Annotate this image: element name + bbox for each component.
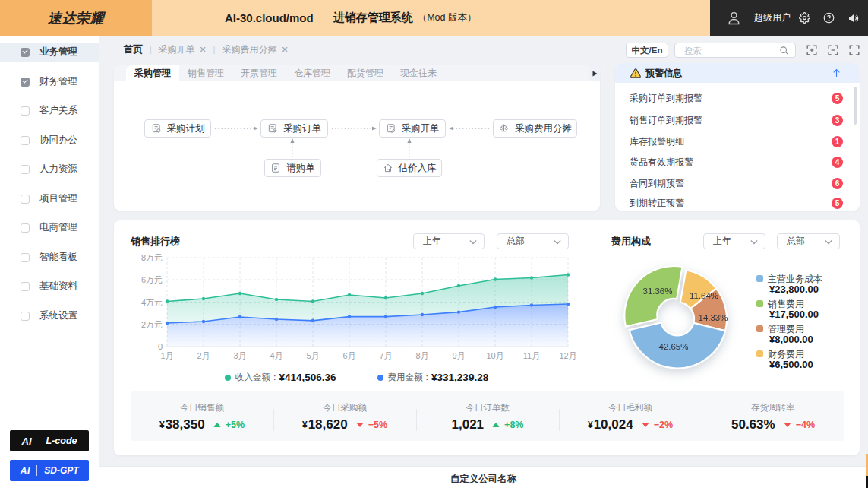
svg-text:11月: 11月 — [523, 351, 540, 360]
svg-text:2万元: 2万元 — [141, 320, 163, 329]
svg-text:8月: 8月 — [415, 351, 428, 360]
svg-text:7月: 7月 — [379, 351, 392, 360]
svg-text:42.65%: 42.65% — [658, 342, 688, 351]
svg-text:0: 0 — [158, 342, 163, 351]
svg-text:12月: 12月 — [559, 351, 576, 360]
svg-text:14.33%: 14.33% — [698, 313, 728, 322]
svg-text:2月: 2月 — [197, 351, 210, 360]
svg-text:6万元: 6万元 — [141, 275, 163, 284]
svg-text:5月: 5月 — [306, 351, 319, 360]
svg-text:4万元: 4万元 — [141, 298, 163, 307]
svg-text:10月: 10月 — [486, 351, 503, 360]
svg-text:3月: 3月 — [233, 351, 246, 360]
svg-text:9月: 9月 — [452, 351, 465, 360]
svg-text:4月: 4月 — [270, 351, 282, 360]
svg-text:31.36%: 31.36% — [642, 287, 672, 296]
svg-text:8万元: 8万元 — [141, 253, 163, 262]
svg-text:1月: 1月 — [160, 351, 173, 360]
svg-text:6月: 6月 — [342, 351, 355, 360]
svg-text:11.64%: 11.64% — [690, 291, 718, 300]
